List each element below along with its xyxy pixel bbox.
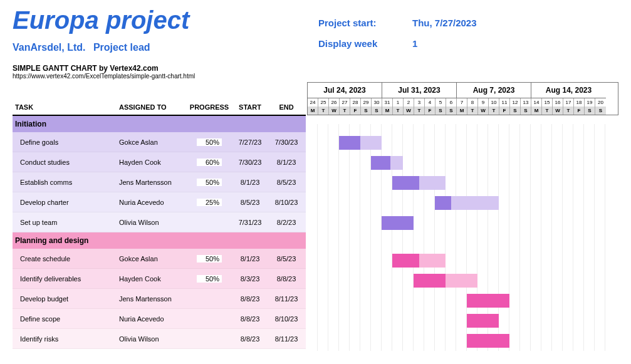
- day-number: 24: [308, 98, 318, 107]
- progress-cell[interactable]: 50%: [187, 275, 232, 283]
- day-of-week: M: [531, 107, 542, 115]
- day-number: 8: [467, 98, 478, 107]
- assigned-to: Hayden Cook: [119, 275, 187, 283]
- table-row[interactable]: Establish commsJens Martensson50%8/1/238…: [13, 172, 306, 192]
- day-of-week: S: [595, 107, 606, 115]
- day-number: 30: [372, 98, 382, 107]
- end-date: 8/2/23: [268, 219, 305, 226]
- day-number: 20: [595, 98, 606, 107]
- gantt-bar-progress[interactable]: [467, 314, 499, 328]
- progress-value[interactable]: 25%: [197, 199, 222, 206]
- table-row[interactable]: Develop budgetJens Martensson8/8/238/11/…: [13, 289, 306, 309]
- day-number: 10: [489, 98, 499, 107]
- day-number: 26: [329, 98, 340, 107]
- col-header-task: TASK: [13, 103, 119, 111]
- day-of-week: T: [393, 107, 404, 115]
- task-name: Identify risks: [13, 335, 119, 343]
- progress-value[interactable]: 50%: [197, 255, 222, 263]
- attribution-link[interactable]: https://www.vertex42.com/ExcelTemplates/…: [13, 73, 618, 80]
- day-number: 12: [510, 98, 521, 107]
- day-number: 2: [404, 98, 414, 107]
- day-number: 29: [361, 98, 372, 107]
- project-start-value: Thu, 7/27/2023: [412, 18, 618, 28]
- assigned-to: Olivia Wilson: [119, 335, 187, 343]
- progress-value[interactable]: 50%: [197, 275, 222, 283]
- progress-cell[interactable]: 25%: [187, 199, 232, 206]
- progress-cell[interactable]: 60%: [187, 159, 232, 166]
- gantt-row: [307, 311, 618, 331]
- display-week-value[interactable]: 1: [412, 38, 618, 49]
- gantt-bar-progress[interactable]: [414, 274, 446, 288]
- table-row[interactable]: Identify risksOlivia Wilson8/8/238/11/23: [13, 329, 306, 349]
- gantt-bar-progress[interactable]: [382, 216, 414, 230]
- gantt-bar-progress[interactable]: [392, 254, 419, 268]
- start-date: 8/1/23: [232, 179, 268, 186]
- progress-value[interactable]: 60%: [197, 159, 222, 166]
- table-row[interactable]: Define scopeNuria Acevedo8/8/238/10/23: [13, 309, 306, 329]
- progress-value[interactable]: 50%: [197, 138, 222, 146]
- task-name: Establish comms: [13, 179, 119, 186]
- progress-cell[interactable]: 50%: [187, 255, 232, 263]
- table-row[interactable]: Identify deliverablesHayden Cook50%8/3/2…: [13, 269, 306, 289]
- progress-cell[interactable]: 50%: [187, 179, 232, 186]
- end-date: 8/10/23: [268, 315, 305, 323]
- day-number: 27: [340, 98, 350, 107]
- task-table: TASK ASSIGNED TO PROGRESS START END Init…: [13, 82, 306, 351]
- week-header: Jul 31, 2023: [382, 83, 457, 98]
- day-number: 5: [435, 98, 446, 107]
- progress-value[interactable]: 50%: [197, 179, 222, 186]
- project-title: Europa project: [13, 6, 318, 34]
- day-number: 28: [350, 98, 361, 107]
- progress-cell[interactable]: 50%: [187, 138, 232, 146]
- gantt-bar-progress[interactable]: [371, 156, 390, 170]
- day-of-week: T: [467, 107, 478, 115]
- day-of-week: F: [499, 107, 510, 115]
- gantt-row: [307, 251, 618, 271]
- attribution-title: SIMPLE GANTT CHART by Vertex42.com: [13, 64, 618, 73]
- gantt-row: [307, 173, 618, 193]
- end-date: 8/11/23: [268, 335, 305, 343]
- gantt-row: [307, 193, 618, 213]
- start-date: 8/8/23: [232, 295, 268, 303]
- start-date: 8/5/23: [232, 199, 268, 206]
- gantt-bar-progress[interactable]: [339, 136, 360, 150]
- day-of-week: W: [553, 107, 563, 115]
- table-header-row: TASK ASSIGNED TO PROGRESS START END: [13, 100, 306, 116]
- day-of-week: T: [414, 107, 425, 115]
- start-date: 8/8/23: [232, 335, 268, 343]
- gantt-row: [307, 133, 618, 153]
- gantt-row: [307, 213, 618, 233]
- table-row[interactable]: Set up teamOlivia Wilson7/31/238/2/23: [13, 212, 306, 232]
- timeline-header: Jul 24, 2023Jul 31, 2023Aug 7, 2023Aug 1…: [307, 82, 618, 115]
- start-date: 8/8/23: [232, 315, 268, 323]
- day-of-week: S: [446, 107, 457, 115]
- table-row[interactable]: Define goalsGokce Aslan50%7/27/237/30/23: [13, 132, 306, 152]
- day-of-week: S: [372, 107, 382, 115]
- gantt-bar-progress[interactable]: [435, 196, 451, 210]
- day-of-week: T: [340, 107, 350, 115]
- group-header: Initiation: [13, 116, 306, 132]
- table-row[interactable]: Conduct studiesHayden Cook60%7/30/238/1/…: [13, 152, 306, 172]
- gantt-bar-progress[interactable]: [392, 176, 419, 190]
- day-of-week: F: [574, 107, 585, 115]
- day-of-week: S: [361, 107, 372, 115]
- col-header-assigned: ASSIGNED TO: [119, 103, 187, 111]
- assigned-to: Gokce Aslan: [119, 255, 187, 263]
- gantt-bar-progress[interactable]: [467, 294, 509, 308]
- col-header-progress: PROGRESS: [187, 103, 232, 111]
- start-date: 7/27/23: [232, 138, 268, 146]
- day-of-week: T: [318, 107, 329, 115]
- start-date: 7/30/23: [232, 159, 268, 166]
- start-date: 8/3/23: [232, 275, 268, 283]
- table-row[interactable]: Create scheduleGokce Aslan50%8/1/238/5/2…: [13, 249, 306, 269]
- project-start-label: Project start:: [318, 18, 412, 28]
- end-date: 8/1/23: [268, 159, 305, 166]
- gantt-chart: Jul 24, 2023Jul 31, 2023Aug 7, 2023Aug 1…: [306, 82, 618, 351]
- task-name: Identify deliverables: [13, 275, 119, 283]
- col-header-start: START: [232, 103, 268, 111]
- company-name: VanArsdel, Ltd.: [13, 42, 85, 53]
- gantt-bar-progress[interactable]: [467, 334, 509, 348]
- day-number: 4: [425, 98, 435, 107]
- table-row[interactable]: Develop charterNuria Acevedo25%8/5/238/1…: [13, 192, 306, 212]
- day-number: 14: [531, 98, 542, 107]
